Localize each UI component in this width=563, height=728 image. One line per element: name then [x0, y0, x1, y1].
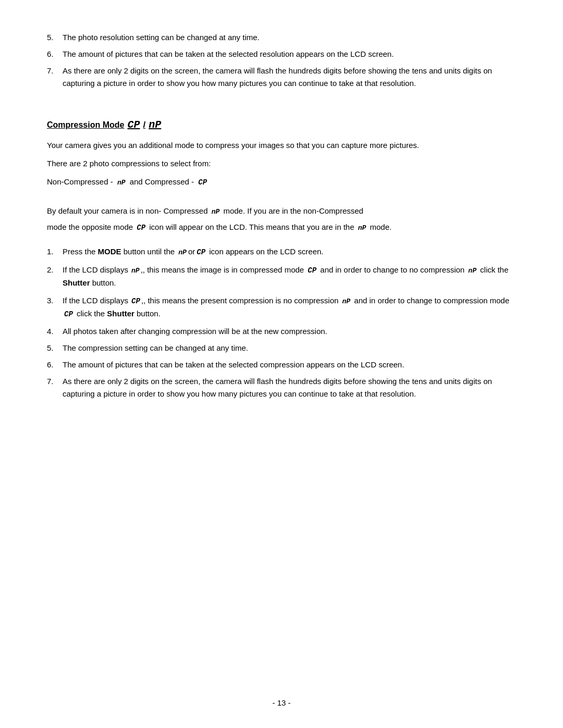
list-content: As there are only 2 digits on the screen… — [63, 65, 516, 90]
list-num: 4. — [47, 325, 63, 338]
list-num: 1. — [47, 245, 63, 258]
list-num: 5. — [47, 342, 63, 354]
compression-para3: By default your camera is in non- Compre… — [47, 205, 516, 218]
item3-part3: and in order to change to compression mo… — [352, 296, 509, 305]
para3-part3: mode the opposite mode — [47, 223, 133, 231]
non-compressed-label: Non-Compressed - — [47, 177, 113, 186]
list-content: The photo resolution setting can be chan… — [63, 31, 516, 44]
list-item: 6. The amount of pictures that can be ta… — [47, 48, 516, 60]
item2-part2: , this means the image is in compressed … — [143, 265, 306, 274]
compression-para1: Your camera gives you an additional mode… — [47, 139, 516, 152]
item1-bold: MODE — [98, 247, 121, 256]
slash-separator: / — [143, 120, 145, 130]
list-num: 2. — [47, 264, 63, 289]
list-item: 4. All photos taken after changing compr… — [47, 325, 516, 338]
page-footer: - 13 - — [0, 698, 563, 707]
list-item: 5. The compression setting can be change… — [47, 342, 516, 354]
list-num: 5. — [47, 31, 63, 44]
compression-types-line: Non-Compressed - nP and Compressed - CP — [47, 176, 516, 189]
list-num: 7. — [47, 65, 63, 90]
list-content: As there are only 2 digits on the screen… — [63, 375, 516, 400]
list-content: All photos taken after changing compress… — [63, 325, 516, 338]
item3-bold: Shutter — [107, 309, 134, 318]
item2-np-icon: nP — [131, 267, 140, 275]
cp-heading-icon: CP — [127, 119, 140, 131]
item2-part3: and in order to change to no compression — [318, 265, 467, 274]
list-num: 6. — [47, 48, 63, 60]
list-content: If the LCD displays nP,, this means the … — [63, 264, 516, 289]
item3-part1: If the LCD displays — [63, 296, 130, 305]
item2-part4: click the — [478, 265, 508, 274]
item2-bold: Shutter — [63, 278, 90, 287]
item2-part1: If the LCD displays — [63, 265, 130, 274]
cp-icon-inline: CP — [198, 178, 207, 187]
list-content: The compression setting can be changed a… — [63, 342, 516, 354]
item3-part4: click the — [75, 309, 107, 318]
list-num: 6. — [47, 359, 63, 371]
page: 5. The photo resolution setting can be c… — [0, 0, 563, 728]
item1-part3: icon appears on the LCD screen. — [207, 247, 323, 256]
list-item: 1. Press the MODE button until the nPorC… — [47, 245, 516, 258]
item3-part2: , this means the present compression is … — [143, 296, 341, 305]
list-content: The amount of pictures that can be taken… — [63, 359, 516, 371]
item2-np2-icon: nP — [468, 267, 476, 275]
para3-part5: mode. — [370, 223, 392, 231]
page-number: - 13 - — [272, 698, 290, 707]
list-content: Press the MODE button until the nPorCP i… — [63, 245, 516, 258]
item3-part5: button. — [134, 309, 161, 318]
top-list: 5. The photo resolution setting can be c… — [47, 31, 516, 90]
list-item: 3. If the LCD displays CP,, this means t… — [47, 294, 516, 320]
item3-np-icon: nP — [342, 298, 351, 305]
compression-heading-text: Compression Mode — [47, 120, 124, 130]
item2-cp-icon: CP — [308, 266, 316, 275]
list-item: 2. If the LCD displays nP,, this means t… — [47, 264, 516, 289]
list-item: 7. As there are only 2 digits on the scr… — [47, 65, 516, 90]
item1-np-icon: nP — [178, 249, 187, 256]
para3-cp-icon: CP — [137, 224, 145, 232]
list-content: If the LCD displays CP,, this means the … — [63, 294, 516, 320]
para3-np-icon: nP — [212, 208, 220, 216]
and-text: and Compressed - — [130, 177, 194, 186]
compression-para3-cont: mode the opposite mode CP icon will appe… — [47, 221, 516, 234]
item2-part5: button. — [90, 278, 116, 287]
list-content: The amount of pictures that can be taken… — [63, 48, 516, 60]
compression-list: 1. Press the MODE button until the nPorC… — [47, 245, 516, 400]
compression-para2: There are 2 photo compressions to select… — [47, 157, 516, 170]
item1-part1: Press the — [63, 247, 98, 256]
list-item: 6. The amount of pictures that can be ta… — [47, 359, 516, 371]
item1-part2: button until the — [121, 247, 177, 256]
para3-part2: mode. If you are in the non-Compressed — [223, 206, 363, 215]
np-heading-icon: nP — [149, 119, 161, 131]
para3-part1: By default your camera is in non- Compre… — [47, 206, 207, 215]
item1-or: or — [188, 247, 195, 256]
list-num: 7. — [47, 375, 63, 400]
list-num: 3. — [47, 294, 63, 320]
list-item: 5. The photo resolution setting can be c… — [47, 31, 516, 44]
para3-np2-icon: nP — [358, 224, 366, 232]
item1-cp-icon: CP — [197, 248, 205, 256]
para3-part4: icon will appear on the LCD. This means … — [149, 223, 354, 231]
item3-cp-icon: CP — [131, 297, 140, 305]
list-item: 7. As there are only 2 digits on the scr… — [47, 375, 516, 400]
np-icon-inline: nP — [117, 179, 126, 187]
compression-heading: Compression Mode CP / nP — [47, 119, 516, 131]
item3-cp2-icon: CP — [64, 310, 73, 318]
